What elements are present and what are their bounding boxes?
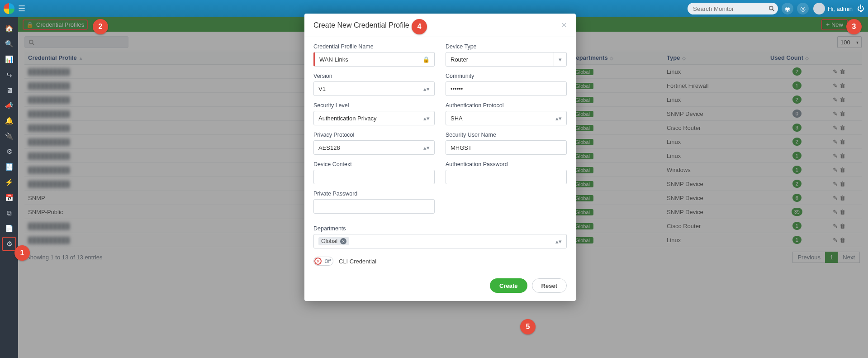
label-auth-protocol: Authentication Protocol xyxy=(446,102,567,109)
label-auth-password: Authentication Password xyxy=(446,161,567,167)
callout-2: 2 xyxy=(93,19,108,34)
target-icon[interactable]: ◎ xyxy=(797,3,809,14)
nav-search-icon[interactable]: 🔍 xyxy=(3,38,15,50)
nav-calendar-icon[interactable]: 📅 xyxy=(3,191,15,204)
select-auth-protocol[interactable]: SHA▴▾ xyxy=(446,111,567,125)
left-sidebar: 🏠 🔍 📊 ⇆ 🖥 📣 🔔 🔌 ⚙ 🧾 ⚡ 📅 ⧉ 📄 ⚙ xyxy=(0,17,18,358)
input-private-password[interactable] xyxy=(313,199,435,214)
svg-line-1 xyxy=(773,9,774,10)
toggle-knob-icon: ✕ xyxy=(314,258,322,265)
create-button[interactable]: Create xyxy=(490,278,527,293)
nav-gears-icon[interactable]: ⚙ xyxy=(3,145,15,158)
svg-point-0 xyxy=(769,6,773,10)
department-tag[interactable]: Global × xyxy=(318,237,349,245)
create-credential-modal: Create New Credential Profile × Credenti… xyxy=(304,14,576,301)
label-community: Community xyxy=(446,73,567,79)
nav-doc-icon[interactable]: 📄 xyxy=(3,222,15,235)
nav-network-icon[interactable]: ⇆ xyxy=(3,68,15,81)
updown-icon: ▴▾ xyxy=(555,238,562,245)
callout-3: 3 xyxy=(846,19,862,34)
search-icon[interactable] xyxy=(768,5,774,12)
menu-toggle-icon[interactable]: ☰ xyxy=(18,4,25,14)
updown-icon: ▴▾ xyxy=(423,115,430,122)
cli-credential-toggle[interactable]: ✕ Off xyxy=(313,257,333,266)
nav-plug-icon[interactable]: 🔌 xyxy=(3,130,15,143)
label-private-password: Private Password xyxy=(313,191,435,197)
select-departments[interactable]: Global × ▴▾ xyxy=(313,234,567,248)
nav-bell-icon[interactable]: 🔔 xyxy=(3,115,15,127)
lock-icon: 🔒 xyxy=(422,56,430,63)
input-community[interactable]: •••••• xyxy=(446,81,567,96)
input-auth-password[interactable] xyxy=(446,170,567,184)
select-version[interactable]: V1▴▾ xyxy=(313,81,435,96)
nav-bolt-icon[interactable]: ⚡ xyxy=(3,176,15,189)
select-privacy-protocol[interactable]: AES128▴▾ xyxy=(313,140,435,155)
label-device-type: Device Type xyxy=(446,43,567,50)
label-departments: Departments xyxy=(313,225,567,232)
callout-5: 5 xyxy=(520,319,536,334)
label-version: Version xyxy=(313,73,435,79)
input-name[interactable]: WAN Links 🔒 xyxy=(313,52,435,67)
nav-monitor-icon[interactable]: 🖥 xyxy=(3,84,15,96)
global-search xyxy=(688,3,778,14)
input-security-user[interactable]: MHGST xyxy=(446,140,567,155)
nav-home-icon[interactable]: 🏠 xyxy=(3,22,15,35)
toggle-state-label: Off xyxy=(325,259,333,264)
input-device-context[interactable] xyxy=(313,170,435,184)
close-icon[interactable]: × xyxy=(561,20,567,30)
callout-4: 4 xyxy=(412,19,427,34)
modal-title: Create New Credential Profile xyxy=(313,21,409,29)
nav-copy-icon[interactable]: ⧉ xyxy=(3,207,15,220)
select-security-level[interactable]: Authentication Privacy▴▾ xyxy=(313,111,435,125)
nav-report-icon[interactable]: 🧾 xyxy=(3,161,15,173)
label-device-context: Device Context xyxy=(313,161,435,167)
avatar[interactable] xyxy=(813,3,825,14)
nav-announce-icon[interactable]: 📣 xyxy=(3,99,15,112)
label-name: Credential Profile Name xyxy=(313,43,435,50)
label-security-user: Security User Name xyxy=(446,132,567,138)
search-input[interactable] xyxy=(688,3,778,14)
reset-button[interactable]: Reset xyxy=(532,278,567,293)
label-security-level: Security Level xyxy=(313,102,435,109)
callout-1: 1 xyxy=(14,245,30,261)
updown-icon: ▴▾ xyxy=(423,144,430,151)
nav-settings-icon[interactable]: ⚙ xyxy=(3,238,15,250)
nav-dashboard-icon[interactable]: 📊 xyxy=(3,53,15,66)
select-device-type[interactable]: Router ▾ xyxy=(446,52,567,67)
updown-icon: ▴▾ xyxy=(423,86,430,92)
updown-icon: ▴▾ xyxy=(555,115,562,122)
camera-icon[interactable]: ◉ xyxy=(782,3,793,14)
chevron-down-icon: ▾ xyxy=(559,56,562,63)
label-cli-credential: CLI Credential xyxy=(339,258,376,265)
remove-tag-icon[interactable]: × xyxy=(340,238,346,244)
power-icon[interactable]: ⏻ xyxy=(857,5,864,13)
label-privacy-protocol: Privacy Protocol xyxy=(313,132,435,138)
greeting-label: Hi, admin xyxy=(828,5,853,12)
app-logo xyxy=(4,3,14,14)
